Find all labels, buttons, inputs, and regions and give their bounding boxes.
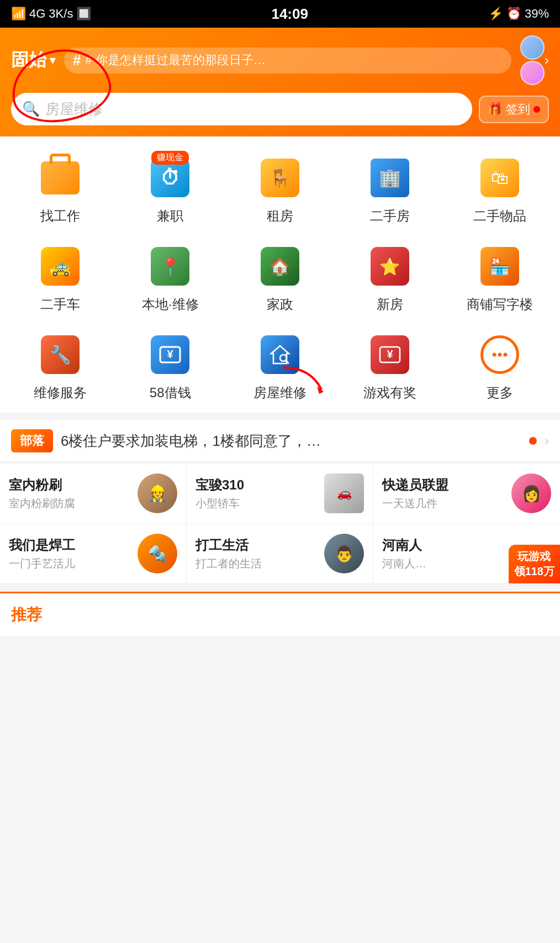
category-game-reward[interactable]: ¥ 游戏有奖 <box>335 324 445 407</box>
avatar-migrant-icon: 👨 <box>324 534 364 573</box>
card-subtitle-courier: 一天送几件 <box>382 496 505 511</box>
card-title-migrant: 打工生活 <box>196 536 318 554</box>
category-local-repair[interactable]: 📍 本地·维修 <box>115 236 225 319</box>
card-title-courier: 快递员联盟 <box>382 476 505 494</box>
card-subtitle-indoor-paint: 室内粉刷防腐 <box>9 496 131 511</box>
repair-service-icon: 🔧 <box>41 335 80 374</box>
hot-topic-bar[interactable]: # # 你是怎样挺过最苦的那段日子… <box>64 48 511 73</box>
local-repair-icon-wrap: 📍 <box>145 241 195 291</box>
card-title-indoor-paint: 室内粉刷 <box>9 476 131 494</box>
card-text-courier: 快递员联盟 一天送几件 <box>382 476 505 511</box>
category-housekeeping[interactable]: 🏠 家政 <box>225 236 335 319</box>
category-repair-service[interactable]: 🔧 维修服务 <box>6 324 115 407</box>
location-selector[interactable]: 固始 ▾ <box>11 48 55 72</box>
card-title-welder: 我们是焊工 <box>9 536 131 554</box>
card-item-courier[interactable]: 快递员联盟 一天送几件 👩 <box>373 463 560 524</box>
card-item-welder[interactable]: 我们是焊工 一门手艺活儿 🔩 <box>0 524 187 584</box>
briefcase-icon <box>41 161 80 194</box>
game-banner-text1: 玩游戏 <box>514 549 554 564</box>
new-home-icon-wrap: ⭐ <box>365 241 415 291</box>
parttime-icon-wrap: 赚现金 ⏱ <box>145 153 195 203</box>
card-subtitle-baojun: 小型轿车 <box>196 496 318 511</box>
card-title-baojun: 宝骏310 <box>196 476 318 494</box>
shop-office-label: 商铺写字楼 <box>467 296 533 313</box>
category-find-work[interactable]: 找工作 <box>6 147 115 230</box>
location-arrow: ▾ <box>50 54 55 67</box>
local-repair-icon: 📍 <box>151 247 189 286</box>
categories-section: 找工作 赚现金 ⏱ 兼职 🪑 租房 🏢 二手房 🛍 二手物品 <box>0 136 560 413</box>
category-second-home[interactable]: 🏢 二手房 <box>335 147 445 230</box>
community-text: 6楼住户要求加装电梯，1楼都同意了，… <box>61 431 521 451</box>
category-parttime[interactable]: 赚现金 ⏱ 兼职 <box>115 147 225 230</box>
more-label: 更多 <box>487 384 513 402</box>
second-goods-label: 二手物品 <box>473 207 526 225</box>
card-item-henan[interactable]: 河南人 河南人… 玩游戏 领118万 <box>373 524 560 584</box>
avatar-stack <box>520 35 545 85</box>
category-shop-office[interactable]: 🏪 商铺写字楼 <box>445 236 554 319</box>
community-arrow-icon: › <box>545 433 549 449</box>
sign-in-button[interactable]: 🎁 签到 <box>479 96 549 123</box>
hash-icon: # <box>73 52 81 69</box>
repair-service-label: 维修服务 <box>34 384 87 402</box>
game-banner-overlay[interactable]: 玩游戏 领118万 <box>509 545 560 583</box>
bottom-section: 推荐 <box>0 592 560 636</box>
rent-label: 租房 <box>267 207 293 225</box>
sim-icon: 🔲 <box>76 7 91 21</box>
header-search-row: 🔍 房屋维修 🎁 签到 <box>11 93 549 125</box>
card-text-migrant: 打工生活 打工者的生活 <box>196 536 318 571</box>
svg-point-7 <box>492 353 496 357</box>
category-loan[interactable]: ¥ 58借钱 <box>115 324 225 407</box>
category-used-car[interactable]: 🚕 二手车 <box>6 236 115 319</box>
gift-icon: 🎁 <box>488 102 503 117</box>
avatar-worker-icon: 👷 <box>138 473 177 513</box>
game-reward-label: 游戏有奖 <box>363 384 416 402</box>
community-notification-dot <box>529 437 537 445</box>
status-bar: 📶 4G 3K/s 🔲 14:09 ⚡ ⏰ 39% <box>0 0 560 28</box>
card-subtitle-welder: 一门手艺活儿 <box>9 556 131 571</box>
rent-icon-wrap: 🪑 <box>255 153 305 203</box>
housekeeping-icon: 🏠 <box>261 247 299 286</box>
house-repair-icon-wrap <box>255 330 305 380</box>
loan-icon: ¥ <box>151 335 189 374</box>
category-new-home[interactable]: ⭐ 新房 <box>335 236 445 319</box>
orange-header: 固始 ▾ # # 你是怎样挺过最苦的那段日子… › 🔍 房屋维修 🎁 签到 <box>0 28 560 136</box>
card-item-migrant[interactable]: 打工生活 打工者的生活 👨 <box>187 524 373 584</box>
status-right: ⚡ ⏰ 39% <box>488 7 549 21</box>
game-reward-icon: ¥ <box>371 335 409 374</box>
svg-text:¥: ¥ <box>387 348 393 360</box>
categories-grid: 找工作 赚现金 ⏱ 兼职 🪑 租房 🏢 二手房 🛍 二手物品 <box>6 147 554 407</box>
avatar-2 <box>520 61 545 85</box>
community-badge: 部落 <box>11 429 53 452</box>
more-icon <box>480 335 519 374</box>
second-home-label: 二手房 <box>370 207 410 225</box>
alarm-icon: ⏰ <box>506 7 521 21</box>
game-banner-text2: 领118万 <box>514 564 554 579</box>
avatar-welder-icon: 🔩 <box>138 534 177 573</box>
signal-icon: 📶 <box>11 7 26 21</box>
community-section[interactable]: 部落 6楼住户要求加装电梯，1楼都同意了，… › <box>0 420 560 462</box>
svg-point-9 <box>503 353 507 357</box>
category-house-repair[interactable]: 房屋维修 <box>225 324 335 407</box>
battery-indicator: 39% <box>525 7 549 21</box>
avatar-1 <box>520 35 545 60</box>
category-second-goods[interactable]: 🛍 二手物品 <box>445 147 554 230</box>
card-text-welder: 我们是焊工 一门手艺活儿 <box>9 536 131 571</box>
location-text: 固始 <box>11 48 46 72</box>
card-item-indoor-paint[interactable]: 室内粉刷 室内粉刷防腐 👷 <box>0 463 187 524</box>
card-text-indoor-paint: 室内粉刷 室内粉刷防腐 <box>9 476 131 511</box>
used-car-icon: 🚕 <box>41 247 80 286</box>
search-box[interactable]: 🔍 房屋维修 <box>11 93 472 125</box>
find-work-icon-wrap <box>35 153 85 203</box>
header-arrow: › <box>545 52 549 68</box>
housekeeping-icon-wrap: 🏠 <box>255 241 305 291</box>
local-repair-label: 本地·维修 <box>142 296 199 313</box>
status-time: 14:09 <box>271 6 308 23</box>
new-home-icon: ⭐ <box>371 247 409 286</box>
game-reward-icon-wrap: ¥ <box>365 330 415 380</box>
repair-service-icon-wrap: 🔧 <box>35 330 85 380</box>
search-placeholder-text: 房屋维修 <box>45 99 103 119</box>
category-more[interactable]: 更多 <box>445 324 554 407</box>
card-item-baojun[interactable]: 宝骏310 小型轿车 🚗 <box>187 463 373 524</box>
more-icon-wrap <box>475 330 525 380</box>
category-rent[interactable]: 🪑 租房 <box>225 147 335 230</box>
